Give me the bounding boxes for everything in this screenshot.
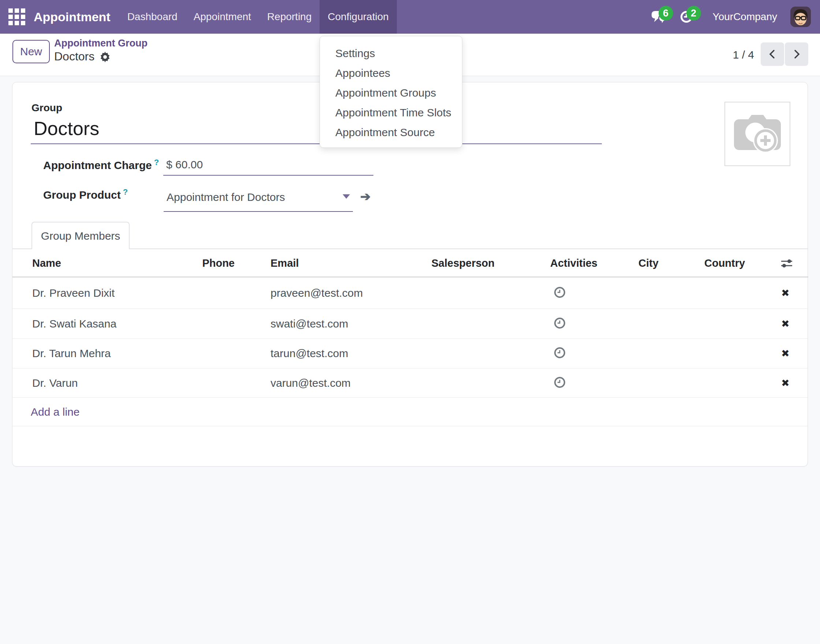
menu-item-appointment-time-slots[interactable]: Appointment Time Slots	[320, 103, 462, 123]
charge-input-underline	[163, 175, 373, 176]
activity-clock-icon[interactable]	[554, 317, 565, 330]
menu-item-appointment-source[interactable]: Appointment Source	[320, 123, 462, 143]
group-image-placeholder[interactable]	[725, 102, 790, 166]
member-name-cell[interactable]: Dr. Tarun Mehra	[32, 339, 111, 368]
nav-item-configuration[interactable]: Configuration	[319, 0, 397, 34]
optional-columns-icon[interactable]	[780, 249, 793, 278]
nav-item-dashboard[interactable]: Dashboard	[119, 0, 186, 34]
group-input-underline	[31, 143, 602, 144]
appointment-charge-input[interactable]: $ 60.00	[166, 158, 203, 171]
member-row[interactable]: Dr. Swati Kasana swati@test.com ✖	[12, 309, 808, 339]
breadcrumb-current: Doctors	[54, 50, 111, 63]
chevron-right-icon	[792, 49, 802, 59]
member-email-cell[interactable]: praveen@test.com	[270, 278, 363, 308]
app-root: Appointment Dashboard Appointment Report…	[0, 0, 820, 644]
menu-item-appointment-groups[interactable]: Appointment Groups	[320, 83, 462, 103]
apps-menu-icon[interactable]	[0, 0, 34, 34]
member-row[interactable]: Dr. Praveen Dixit praveen@test.com ✖	[12, 278, 808, 309]
pager-indicator: 1 / 4	[733, 34, 754, 76]
messages-menu[interactable]: 6	[648, 0, 669, 34]
chevron-left-icon	[768, 49, 777, 59]
nav-item-appointment[interactable]: Appointment	[186, 0, 259, 34]
user-avatar[interactable]	[790, 6, 811, 27]
column-header-name[interactable]: Name	[32, 249, 61, 278]
menu-item-appointees[interactable]: Appointees	[320, 63, 462, 83]
add-line-row-border	[12, 426, 808, 426]
member-email-cell[interactable]: varun@test.com	[270, 368, 351, 397]
delete-row-icon[interactable]: ✖	[781, 278, 789, 308]
activities-count-badge: 2	[686, 6, 701, 20]
breadcrumb-current-title: Doctors	[54, 50, 94, 63]
activity-clock-icon[interactable]	[554, 347, 565, 360]
group-product-input[interactable]: Appointment for Doctors	[167, 191, 285, 204]
appointment-charge-label: Appointment Charge?	[43, 158, 159, 172]
member-row[interactable]: Dr. Varun varun@test.com ✖	[12, 368, 808, 398]
column-header-phone[interactable]: Phone	[184, 249, 235, 278]
group-field-label: Group	[31, 102, 62, 114]
column-header-email[interactable]: Email	[270, 249, 299, 278]
delete-row-icon[interactable]: ✖	[781, 368, 789, 397]
member-email-cell[interactable]: swati@test.com	[270, 309, 348, 339]
member-name-cell[interactable]: Dr. Varun	[32, 368, 78, 397]
column-header-salesperson[interactable]: Salesperson	[415, 249, 494, 278]
tab-group-members[interactable]: Group Members	[31, 222, 130, 249]
delete-row-icon[interactable]: ✖	[781, 339, 789, 368]
add-a-line-link[interactable]: Add a line	[31, 398, 80, 426]
product-help-icon[interactable]: ?	[123, 187, 128, 196]
activity-clock-icon[interactable]	[554, 287, 565, 300]
column-header-country[interactable]: Country	[704, 249, 745, 278]
company-name[interactable]: YourCompany	[713, 11, 777, 23]
column-header-activities[interactable]: Activities	[550, 249, 597, 278]
new-button[interactable]: New	[12, 40, 50, 63]
app-brand[interactable]: Appointment	[34, 0, 111, 34]
camera-add-icon	[732, 112, 783, 156]
pager-previous-button[interactable]	[761, 43, 784, 66]
breadcrumb-parent-link[interactable]: Appointment Group	[54, 38, 147, 49]
member-email-cell[interactable]: tarun@test.com	[270, 339, 348, 368]
pager-next-button[interactable]	[785, 43, 808, 66]
member-name-cell[interactable]: Dr. Praveen Dixit	[32, 278, 115, 308]
column-header-city[interactable]: City	[639, 249, 659, 278]
charge-help-icon[interactable]: ?	[154, 158, 159, 167]
member-row[interactable]: Dr. Tarun Mehra tarun@test.com ✖	[12, 339, 808, 368]
members-table-header: Name Phone Email Salesperson Activities …	[12, 249, 808, 278]
messages-count-badge: 6	[659, 6, 673, 20]
nav-item-reporting[interactable]: Reporting	[259, 0, 319, 34]
top-navbar: Appointment Dashboard Appointment Report…	[0, 0, 820, 34]
product-input-underline	[164, 211, 353, 212]
menu-item-settings[interactable]: Settings	[320, 43, 462, 63]
activities-menu[interactable]: 2	[676, 0, 697, 34]
delete-row-icon[interactable]: ✖	[781, 309, 789, 339]
product-dropdown-caret-icon[interactable]	[342, 194, 350, 199]
group-product-label: Group Product?	[43, 187, 128, 201]
configuration-dropdown: Settings Appointees Appointment Groups A…	[319, 36, 462, 148]
activity-clock-icon[interactable]	[554, 377, 565, 390]
actions-gear-icon[interactable]	[100, 51, 111, 62]
member-name-cell[interactable]: Dr. Swati Kasana	[32, 309, 117, 339]
product-internal-link-arrow-icon[interactable]: ➔	[360, 189, 371, 204]
group-name-input[interactable]: Doctors	[34, 118, 99, 140]
